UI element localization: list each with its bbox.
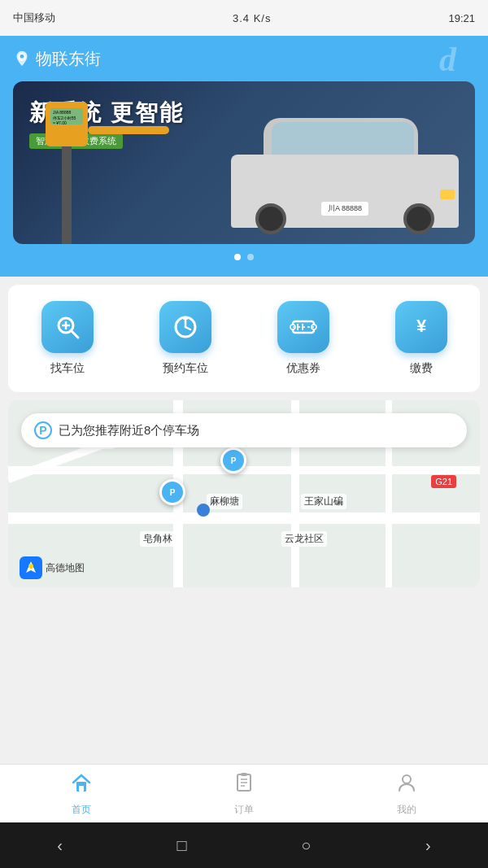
parking-search-icon: P — [34, 421, 52, 439]
reserve-parking-icon — [159, 301, 211, 353]
map-search-text: 已为您推荐附近8个停车场 — [59, 423, 199, 438]
menu-button[interactable]: › — [425, 836, 431, 855]
home-icon — [70, 771, 93, 800]
amap-text: 高德地图 — [46, 561, 85, 575]
banner-pagination — [0, 254, 488, 260]
map-label-wangjiashang: 王家山碥 — [301, 494, 346, 509]
meter-screen: JIA 88888 停车2小时55 = ¥7.00 — [50, 108, 83, 124]
banner-section: 新系统 更智能 智慧式智能收费系统 JIA 88888 停车2小时55 = ¥7… — [0, 81, 488, 277]
time-display: 19:21 — [448, 12, 475, 24]
svg-rect-29 — [241, 773, 247, 776]
nav-home-label: 首页 — [72, 803, 91, 817]
profile-icon — [395, 771, 418, 800]
svg-point-1 — [20, 55, 24, 59]
system-navigation: ‹ □ ○ › — [0, 822, 488, 868]
location-icon — [13, 50, 31, 68]
svg-line-8 — [185, 327, 190, 329]
map-label-maliutang: 麻柳塘 — [207, 494, 242, 509]
svg-text:P: P — [169, 488, 175, 497]
parking-marker-2[interactable]: P — [220, 447, 246, 473]
highway-tag: G21 — [431, 475, 456, 488]
app-header: 物联东街 d — [0, 36, 488, 81]
amap-icon — [20, 556, 42, 579]
square-button[interactable]: □ — [177, 836, 187, 855]
payment-icon: ¥ — [395, 301, 447, 353]
parking-marker-1[interactable]: P — [159, 479, 185, 505]
promo-banner[interactable]: 新系统 更智能 智慧式智能收费系统 JIA 88888 停车2小时55 = ¥7… — [13, 81, 475, 244]
coupon-label: 优惠券 — [286, 361, 320, 376]
nav-profile[interactable]: 我的 — [379, 765, 434, 823]
orders-icon — [233, 771, 255, 800]
svg-line-3 — [72, 331, 78, 338]
map-label-zaojiaolin: 皂角林 — [140, 531, 176, 547]
svg-text:¥: ¥ — [416, 316, 426, 336]
svg-text:P: P — [231, 456, 237, 465]
location-display[interactable]: 物联东街 — [13, 48, 101, 70]
app-logo: d — [439, 39, 480, 80]
coupon-item[interactable]: 优惠券 — [277, 301, 329, 376]
map-label-yunlong: 云龙社区 — [281, 531, 327, 547]
banner-dot-2[interactable] — [247, 254, 254, 260]
road-horizontal-1 — [8, 513, 480, 524]
nav-orders-label: 订单 — [234, 803, 254, 817]
find-parking-item[interactable]: 找车位 — [41, 301, 94, 376]
bottom-navigation: 首页 订单 我的 — [0, 764, 488, 822]
map-search-bar[interactable]: P 已为您推荐附近8个停车场 — [21, 413, 467, 447]
reserve-parking-item[interactable]: 预约车位 — [159, 301, 211, 376]
svg-point-30 — [403, 775, 411, 783]
nav-orders[interactable]: 订单 — [216, 765, 272, 823]
map-section[interactable]: 叫宝沥 麻柳塘 王家山碥 皂角林 云龙社区 G21 P P P 已为您推荐附近8… — [8, 400, 480, 587]
svg-rect-9 — [183, 317, 188, 320]
payment-label: 缴费 — [410, 361, 433, 376]
current-location-marker — [197, 504, 210, 517]
find-parking-label: 找车位 — [50, 361, 85, 376]
coupon-icon — [277, 301, 329, 353]
quick-menu: 找车位 预约车位 优惠券 ¥ — [8, 285, 480, 392]
location-text: 物联东街 — [36, 48, 101, 70]
network-speed: 3.4 K/s — [233, 12, 271, 24]
nav-home[interactable]: 首页 — [54, 765, 109, 823]
home-button[interactable]: ○ — [301, 836, 311, 855]
payment-item[interactable]: ¥ 缴费 — [395, 301, 447, 376]
svg-point-22 — [28, 564, 33, 569]
svg-rect-24 — [79, 786, 84, 792]
license-plate: 川A 88888 — [321, 202, 368, 216]
banner-dot-1[interactable] — [234, 254, 241, 260]
amap-logo: 高德地图 — [20, 556, 85, 579]
parking-meter-illustration: JIA 88888 停车2小时55 = ¥7.00 — [37, 114, 94, 244]
find-parking-icon — [41, 301, 94, 353]
car-illustration: 川A 88888 — [231, 122, 459, 228]
carrier-signal: 中国移动 — [13, 11, 55, 25]
reserve-parking-label: 预约车位 — [163, 361, 208, 376]
nav-profile-label: 我的 — [397, 803, 416, 817]
status-bar: 中国移动 3.4 K/s 19:21 — [0, 0, 488, 36]
back-button[interactable]: ‹ — [57, 836, 63, 855]
